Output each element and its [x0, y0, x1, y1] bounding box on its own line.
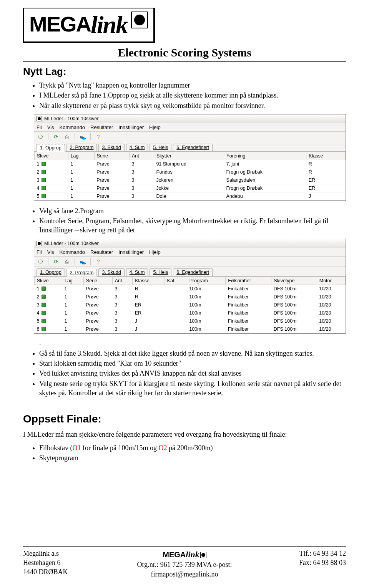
tab-4-sum[interactable]: 4. Sum [126, 144, 148, 151]
menu-kommando[interactable]: Kommando [60, 249, 85, 255]
refresh-icon[interactable]: ⟳ [52, 258, 60, 265]
list-item: Kontroler Serie, Program, Følsomhet, ski… [39, 216, 346, 235]
table-row[interactable]: 3 1Prøve3ER100mFinkaliberDFS 100m10/20 [35, 301, 346, 309]
print-icon[interactable]: ⎙ [63, 133, 71, 140]
footer-orgnr: Org.nr.: 961 725 739 MVA e-post: firmapo… [131, 560, 238, 579]
footer-logo-link: link [186, 550, 199, 559]
menu-vis[interactable]: Vis [47, 249, 54, 255]
table-row[interactable]: 6 1Prøve3J100mFinkaliberDFS 100m10/20 [35, 325, 346, 333]
col-klasse[interactable]: Klasse [133, 277, 165, 285]
help-icon[interactable]: ? [95, 133, 102, 140]
col-følsomhet[interactable]: Følsomhet [226, 277, 271, 285]
footer-line: Hestehagen 6 [23, 558, 131, 567]
list-item: Gå så til fane 3.Skudd. Sjekk at det ikk… [39, 349, 346, 358]
bullets-oppsett-finale: Filbokstav (O1 for finale på 100m/15m og… [39, 443, 346, 463]
list-item: Når alle skytterene er på plass trykk sk… [39, 101, 346, 110]
row-status-icon [42, 327, 46, 331]
menu-resultater[interactable]: Resultater [90, 249, 113, 255]
footer-line: Fax: 64 93 88 03 [238, 558, 346, 567]
tab-2-program[interactable]: 2. Program [66, 144, 97, 151]
app1-grid: SkiveLagSerieAntSkytterForeningKlasse1 1… [34, 152, 346, 200]
app1-tabstrip: 1. Opprop2. Program3. Skudd4. Sum5. Heis… [34, 142, 346, 152]
table-row[interactable]: 4 1Prøve3JokkeFrogn og DrøbakER [35, 184, 346, 192]
col-kat.[interactable]: Kat. [165, 277, 187, 285]
col-forening[interactable]: Forening [224, 152, 306, 160]
menu-hjelp[interactable]: Hjelp [149, 249, 161, 255]
col-skytter[interactable]: Skytter [154, 152, 224, 160]
bullets-nytt-lag-b: Velg så fane 2.ProgramKontroler Serie, P… [39, 206, 346, 235]
footer-left: Megalink a.sHestehagen 61440 DRØBAK [23, 549, 131, 579]
footer-center: MEGAlink Org.nr.: 961 725 739 MVA e-post… [131, 549, 238, 579]
print-icon[interactable]: ⎙ [63, 258, 71, 265]
app-icon [37, 116, 42, 121]
tab-4-sum[interactable]: 4. Sum [126, 268, 148, 276]
tab-1-opprop[interactable]: 1. Opprop [37, 144, 65, 152]
menu-fil[interactable]: Fil [37, 124, 42, 130]
row-status-icon [42, 194, 46, 198]
menu-kommando[interactable]: Kommando [60, 124, 85, 130]
menu-fil[interactable]: Fil [37, 249, 42, 255]
col-skive[interactable]: Skive [35, 277, 62, 285]
app2-title: MLLeder - 100m 10skiver [44, 241, 99, 246]
target-icon [200, 552, 206, 558]
col-program[interactable]: Program [187, 277, 226, 285]
table-row[interactable]: 2 1Prøve3PondusFrogn og DrøbakR [35, 168, 346, 176]
table-row[interactable]: 1 1Prøve3R100mFinkaliberDFS 100m10/20 [35, 285, 346, 293]
table-row[interactable]: 1 1Prøve391 Stomperud7. juniR [35, 160, 346, 168]
row-status-icon [42, 170, 46, 174]
table-row[interactable]: 2 1Prøve3R100mFinkaliberDFS 100m10/20 [35, 293, 346, 301]
table-row[interactable]: 3 1Prøve3JokerenSalangsdalenER [35, 176, 346, 184]
footer-line: Megalink a.s [23, 549, 131, 558]
tab-3-skudd[interactable]: 3. Skudd [98, 268, 124, 276]
menu-hjelp[interactable]: Hjelp [149, 124, 161, 130]
section-nytt-lag-heading: Nytt Lag: [23, 66, 346, 78]
app1-title: MLLeder - 100m 10skiver [44, 116, 99, 121]
col-skivetype[interactable]: Skivetype [271, 277, 317, 285]
tab-5-heis[interactable]: 5. Heis [150, 144, 171, 151]
row-status-icon [42, 287, 46, 291]
col-lag[interactable]: Lag [62, 277, 83, 285]
oppsett-finale-intro: I MLLeder må man sjekke/endre følgende p… [23, 430, 346, 439]
col-serie[interactable]: Serie [83, 277, 112, 285]
bullets-nytt-lag-a: Trykk på "Nytt lag" knappen og kontrolle… [39, 81, 346, 110]
balloon-icon[interactable]: ❍ [37, 258, 44, 265]
logo-box: MEGAlink [23, 8, 155, 43]
menu-innstillinger[interactable]: Innstillinger [118, 249, 144, 255]
logo-link: link [91, 11, 127, 38]
table-row[interactable]: 5 1Prøve3J100mFinkaliberDFS 100m10/20 [35, 317, 346, 325]
app2-menubar: FilVisKommandoResultaterInnstillingerHje… [34, 248, 346, 257]
col-motor[interactable]: Motor [317, 277, 345, 285]
run-icon[interactable]: 👟 [79, 133, 86, 140]
run-icon[interactable]: 👟 [79, 258, 86, 265]
row-status-icon [42, 303, 46, 307]
menu-vis[interactable]: Vis [47, 124, 54, 130]
tab-1-opprop[interactable]: 1. Opprop [37, 268, 65, 276]
tab-2-program[interactable]: 2. Program [66, 269, 97, 277]
red-text: O2 [158, 444, 167, 452]
target-icon [131, 12, 148, 28]
list-item: Ved lukket anvisning trykkes det på ANVI… [39, 369, 346, 378]
balloon-icon[interactable]: ❍ [37, 133, 44, 140]
col-ant[interactable]: Ant [112, 277, 132, 285]
footer-rule [23, 546, 346, 547]
menu-resultater[interactable]: Resultater [90, 124, 113, 130]
app2-titlebar: MLLeder - 100m 10skiver [34, 239, 346, 248]
lone-dot: . [39, 339, 346, 347]
col-lag[interactable]: Lag [68, 152, 94, 160]
tab-3-skudd[interactable]: 3. Skudd [98, 144, 124, 151]
col-serie[interactable]: Serie [94, 152, 129, 160]
logo-mega: MEGA [29, 12, 91, 36]
table-row[interactable]: 5 1Prøve3DoleAndebuJ [35, 192, 346, 200]
tab-6-egendefinert[interactable]: 6. Egendefinert [173, 268, 213, 276]
table-row[interactable]: 4 1Prøve3ER100mFinkaliberDFS 100m10/20 [35, 309, 346, 317]
refresh-icon[interactable]: ⟳ [52, 133, 60, 140]
menu-innstillinger[interactable]: Innstillinger [118, 124, 144, 130]
bullets-nytt-lag-c: Gå så til fane 3.Skudd. Sjekk at det ikk… [39, 349, 346, 398]
tab-6-egendefinert[interactable]: 6. Egendefinert [173, 144, 213, 151]
tab-5-heis[interactable]: 5. Heis [150, 268, 171, 276]
col-skive[interactable]: Skive [35, 152, 68, 160]
col-ant[interactable]: Ant [130, 152, 154, 160]
row-status-icon [42, 311, 46, 315]
col-klasse[interactable]: Klasse [306, 152, 346, 160]
help-icon[interactable]: ? [95, 258, 102, 265]
